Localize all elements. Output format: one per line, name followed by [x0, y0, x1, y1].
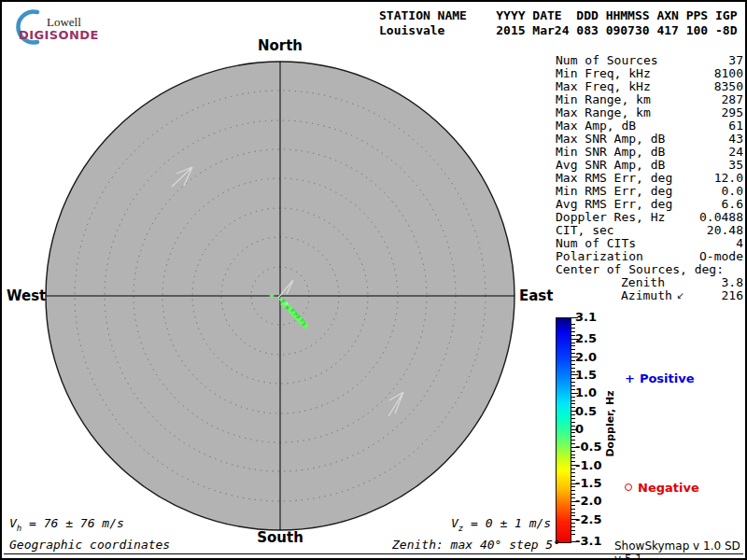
- param-row: Min Range, km287: [556, 93, 743, 106]
- colorbar-tick-label: 1.0: [575, 385, 597, 399]
- colorbar-tick-label: -0.5: [575, 440, 601, 454]
- doppler-colorbar: [556, 317, 571, 543]
- param-row: Min RMS Err, deg0.0: [556, 185, 743, 198]
- version-label: ShowSkymap v 1.0 SD v 5.1: [614, 539, 745, 560]
- param-row: Min Freq, kHz8100: [556, 67, 743, 80]
- plus-icon: +: [625, 371, 635, 385]
- compass-label-south: South: [257, 529, 303, 546]
- horizontal-velocity-readout: Vh = 76 ± 76 m/s: [9, 516, 124, 533]
- colorbar-tick-label: -1.5: [575, 476, 601, 490]
- colorbar-tick-label: 3.1: [575, 310, 597, 324]
- colorbar-tick-label: -2.0: [575, 494, 601, 508]
- param-row: Num of Sources37: [556, 54, 743, 67]
- param-row: CIT, sec20.48: [556, 224, 743, 237]
- compass-label-north: North: [258, 37, 303, 54]
- showskymap-window: Lowell DIGISONDE STATION NAME YYYY DATE …: [0, 0, 747, 560]
- param-row: Max SNR Amp, dB43: [556, 133, 743, 146]
- colorbar-tick-label: -3.1: [575, 534, 601, 548]
- coordinate-system-label: Geographic coordinates: [9, 538, 170, 552]
- compass-label-east: East: [519, 287, 553, 304]
- circle-icon: [625, 483, 632, 491]
- colorbar-tick-label: 1.5: [575, 368, 597, 382]
- param-row: Doppler Res, Hz0.0488: [556, 211, 743, 224]
- colorbar-tick-label: 0.5: [575, 404, 597, 418]
- colorbar-axis-label: Doppler, Hz: [604, 386, 616, 461]
- zenith-scale-label: Zenith: max 40° step 5°: [392, 538, 560, 552]
- param-row: Num of CITs4: [556, 237, 743, 250]
- param-row: Max Amp, dB61: [556, 119, 743, 133]
- param-row-zenith: Zenith3.8: [556, 276, 743, 289]
- measurement-parameter-list: Num of Sources37 Min Freq, kHz8100 Max F…: [556, 54, 743, 302]
- param-row-center-of-sources: Center of Sources, deg:: [556, 263, 743, 276]
- param-row: Avg SNR Amp, dB35: [556, 159, 743, 172]
- skymap-polar-plot: [2, 2, 562, 560]
- colorbar-tick-label: -2.5: [575, 512, 601, 526]
- param-row-azimuth: Azimuth↙ 216: [556, 289, 743, 302]
- footer-divider: [4, 553, 743, 554]
- param-row: Avg RMS Err, deg6.6: [556, 198, 743, 211]
- param-row: Min SNR Amp, dB24: [556, 146, 743, 159]
- vertical-velocity-readout: Vz = 0 ± 1 m/s: [451, 516, 551, 533]
- param-row: Max Range, km295: [556, 106, 743, 119]
- colorbar-tick-label: 2.0: [575, 350, 597, 364]
- colorbar-tick-label: 0: [575, 422, 584, 436]
- param-row: PolarizationO-mode: [556, 250, 743, 263]
- colorbar-tick-label: -1.0: [575, 458, 601, 472]
- legend-negative: Negative: [625, 481, 699, 495]
- compass-label-west: West: [7, 287, 41, 304]
- legend-positive: +Positive: [625, 371, 695, 385]
- colorbar-tick-label: 2.5: [575, 331, 597, 345]
- param-row: Max Freq, kHz8350: [556, 80, 743, 93]
- param-row: Max RMS Err, deg12.0: [556, 172, 743, 185]
- azimuth-direction-arrow-icon: ↙: [672, 290, 684, 301]
